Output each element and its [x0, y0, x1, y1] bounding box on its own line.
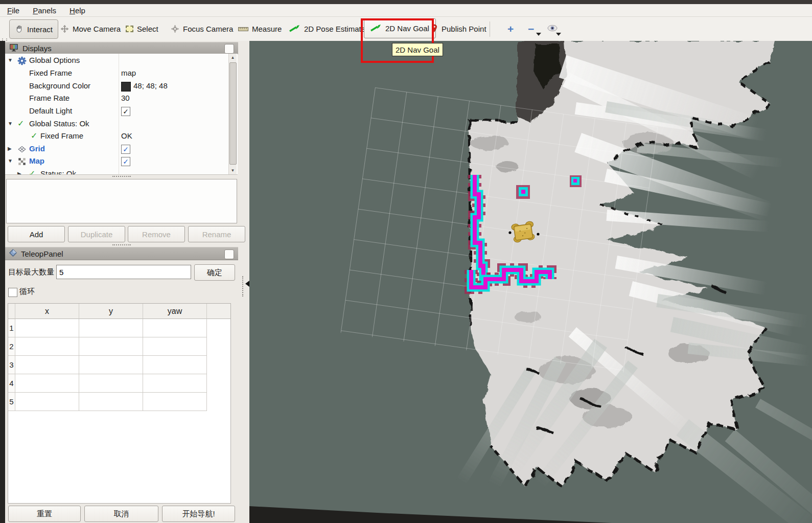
zoom-in-button[interactable]: +: [507, 17, 514, 41]
row-header[interactable]: 5: [8, 393, 15, 411]
tree-row-default-light[interactable]: Default Light ✓: [5, 105, 238, 118]
cancel-button[interactable]: 取消: [84, 506, 158, 522]
checkbox-checked[interactable]: ✓: [121, 107, 130, 116]
tree-scrollbar[interactable]: ▲ ▼: [228, 54, 237, 174]
tree-row-map-status-clipped[interactable]: ▶ ✓ Status: Ok: [5, 168, 238, 175]
window-left-edge: [0, 41, 5, 523]
row-header[interactable]: 1: [8, 319, 15, 337]
zoom-out-button[interactable]: −: [528, 17, 534, 41]
tree-value[interactable]: map: [121, 69, 136, 77]
move-camera-icon: [60, 25, 69, 33]
splitter-handle[interactable]: [112, 176, 131, 177]
start-navigation-button[interactable]: 开始导航!: [162, 506, 235, 522]
select-tool[interactable]: Select: [126, 17, 158, 41]
tree-row-grid[interactable]: ▶ Grid ✓: [5, 143, 238, 155]
checkbox-checked[interactable]: ✓: [121, 145, 130, 154]
table-cell[interactable]: [15, 374, 79, 393]
focus-camera-icon: [171, 25, 179, 33]
remove-button[interactable]: Remove: [128, 226, 185, 242]
table-cell[interactable]: [15, 356, 79, 374]
check-ok-icon: ✓: [31, 131, 37, 141]
table-cell[interactable]: [143, 356, 207, 374]
left-panel: Displays ▼ Global Options Fixed Frame ma…: [5, 41, 249, 523]
interact-tool-button[interactable]: Interact: [9, 19, 58, 39]
minus-icon: −: [528, 23, 534, 35]
table-cell[interactable]: [79, 374, 143, 393]
column-header-yaw[interactable]: yaw: [143, 304, 207, 319]
tree-row-fixed-frame-status[interactable]: ✓ Fixed Frame OK: [5, 130, 238, 143]
nav-goal-tool-button[interactable]: 2D Nav Goal: [364, 18, 436, 38]
tree-row-frame-rate[interactable]: Frame Rate 30: [5, 93, 238, 105]
color-swatch[interactable]: [121, 82, 131, 92]
panel-collapse-arrow-icon[interactable]: [245, 281, 249, 287]
publish-point-tool[interactable]: Publish Point: [431, 17, 486, 41]
tree-value[interactable]: 30: [121, 94, 130, 102]
table-cell[interactable]: [143, 374, 207, 393]
rviz-window: File Panels Help Interact Move Camera Se…: [0, 0, 812, 523]
expand-icon[interactable]: ▶: [17, 171, 21, 175]
table-cell[interactable]: [79, 319, 143, 337]
tree-row-global-options[interactable]: ▼ Global Options: [5, 55, 238, 67]
focus-camera-tool[interactable]: Focus Camera: [171, 17, 233, 41]
loop-checkbox[interactable]: [8, 288, 17, 297]
menu-help[interactable]: Help: [69, 6, 85, 15]
table-cell[interactable]: [79, 393, 143, 411]
tree-label: Fixed Frame: [40, 131, 83, 140]
table-cell[interactable]: [143, 393, 207, 411]
confirm-button[interactable]: 确定: [194, 264, 235, 281]
zoom-dropdown-caret[interactable]: [536, 33, 541, 36]
green-arrow-icon: [289, 24, 300, 34]
interact-label: Interact: [27, 25, 53, 34]
window-titlebar-strip: [0, 0, 812, 4]
tree-row-global-status[interactable]: ▼ ✓ Global Status: Ok: [5, 118, 238, 130]
reset-button[interactable]: 重置: [8, 506, 81, 522]
table-cell[interactable]: [143, 337, 207, 356]
tree-row-map[interactable]: ▼ Map ✓: [5, 155, 238, 168]
teleop-panel-float-checkbox[interactable]: [224, 249, 234, 259]
tree-label: Status: Ok: [40, 169, 76, 175]
table-cell[interactable]: [15, 337, 79, 356]
max-goal-input[interactable]: [56, 265, 191, 279]
duplicate-button[interactable]: Duplicate: [68, 226, 125, 242]
column-header-x[interactable]: x: [15, 304, 79, 319]
hand-cursor-icon: [15, 25, 24, 34]
row-header[interactable]: 4: [8, 374, 15, 393]
tree-row-fixed-frame[interactable]: Fixed Frame map: [5, 67, 238, 80]
tree-label: Map: [29, 156, 44, 165]
menu-panels[interactable]: Panels: [33, 6, 56, 15]
map-display-icon: [17, 157, 27, 166]
visibility-button[interactable]: [547, 17, 558, 41]
rename-button[interactable]: Rename: [188, 226, 245, 242]
pose-estimate-tool[interactable]: 2D Pose Estimate: [289, 17, 365, 41]
scrollbar-thumb[interactable]: [229, 62, 237, 165]
tree-value[interactable]: 48; 48; 48: [133, 81, 168, 90]
scroll-down-arrow[interactable]: ▼: [229, 167, 237, 174]
add-button[interactable]: Add: [8, 226, 65, 242]
tree-value: OK: [121, 131, 132, 140]
expand-icon[interactable]: ▶: [8, 146, 12, 151]
visibility-dropdown-caret[interactable]: [556, 33, 561, 36]
menu-file[interactable]: File: [7, 6, 19, 15]
collapse-icon[interactable]: ▼: [8, 121, 13, 126]
move-camera-tool[interactable]: Move Camera: [60, 17, 121, 41]
table-cell[interactable]: [143, 319, 207, 337]
checkbox-checked[interactable]: ✓: [121, 157, 130, 166]
table-cell[interactable]: [79, 356, 143, 374]
measure-tool[interactable]: Measure: [238, 17, 282, 41]
table-cell[interactable]: [15, 319, 79, 337]
collapse-icon[interactable]: ▼: [8, 158, 13, 164]
tree-row-background-color[interactable]: Background Color 48; 48; 48: [5, 80, 238, 93]
row-header[interactable]: 3: [8, 356, 15, 374]
collapse-icon[interactable]: ▼: [8, 57, 13, 63]
pose-estimate-label: 2D Pose Estimate: [304, 25, 365, 33]
row-header[interactable]: 2: [8, 337, 15, 356]
scroll-up-arrow[interactable]: ▲: [229, 54, 237, 61]
table-cell[interactable]: [79, 337, 143, 356]
displays-panel-float-checkbox[interactable]: [224, 44, 234, 54]
panel-diamond-icon: [9, 249, 17, 258]
render-viewport[interactable]: [249, 41, 812, 523]
table-cell[interactable]: [15, 393, 79, 411]
splitter-handle[interactable]: [112, 244, 131, 245]
panel-resize-handle[interactable]: [242, 276, 244, 297]
column-header-y[interactable]: y: [79, 304, 143, 319]
